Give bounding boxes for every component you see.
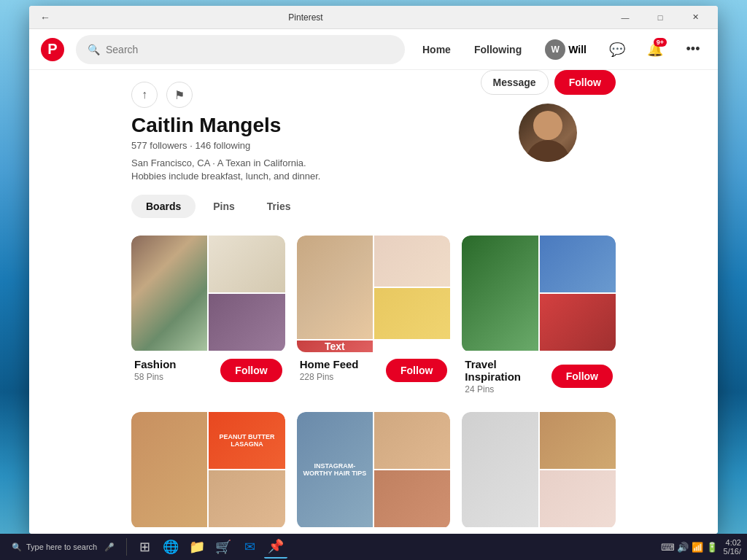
board-card-hair[interactable]: INSTAGRAM-WORTHY HAIR TIPS Hair & Beauty…	[297, 412, 451, 534]
taskbar-divider	[126, 538, 127, 556]
window-controls: — □ ✕	[608, 6, 712, 29]
board-img-3	[209, 294, 285, 351]
board-card-home-feed[interactable]: Text Home Feed 228 Pins Follow	[297, 236, 451, 400]
board-img-2: PEANUT BUTTER LASAGNA	[209, 412, 285, 469]
board-name: Home Feed	[300, 358, 386, 370]
pinterest-taskbar-icon[interactable]: 📌	[264, 535, 287, 559]
board-img-2	[374, 412, 450, 469]
board-footer-fashion: Fashion 58 Pins Follow	[131, 352, 285, 388]
board-images-wedding	[462, 412, 616, 529]
pinterest-logo: P	[41, 38, 64, 61]
board-img-2	[374, 236, 450, 287]
board-card-food[interactable]: PEANUT BUTTER LASAGNA Food & Drink 74 Pi…	[131, 412, 285, 534]
board-images-fashion	[131, 236, 285, 352]
notification-badge: 9+	[654, 38, 667, 47]
board-img-3	[374, 288, 450, 339]
edge-icon[interactable]: 🌐	[159, 535, 182, 559]
search-bar[interactable]: 🔍	[76, 35, 405, 64]
board-card-fashion[interactable]: Fashion 58 Pins Follow	[131, 236, 285, 400]
board-img-2	[209, 236, 285, 292]
nav-home[interactable]: Home	[417, 41, 457, 58]
board-img-1	[131, 412, 207, 527]
tab-tries[interactable]: Tries	[252, 195, 306, 218]
nav-bar: P 🔍 Home Following W Will 💬 🔔 9+ •••	[29, 29, 718, 70]
message-button[interactable]: Message	[481, 70, 549, 95]
follow-button-home-feed[interactable]: Follow	[386, 359, 447, 382]
minimize-button[interactable]: —	[608, 6, 642, 29]
board-images-hair: INSTAGRAM-WORTHY HAIR TIPS	[297, 412, 451, 529]
board-img-3	[374, 470, 450, 527]
task-view-icon[interactable]: ⊞	[133, 535, 156, 559]
nav-following[interactable]: Following	[468, 41, 527, 58]
share-button[interactable]: ↑	[131, 82, 158, 108]
board-img-3	[540, 470, 616, 527]
taskbar-search[interactable]: 🔍 Type here to search 🎤	[6, 537, 120, 557]
files-icon[interactable]: 📁	[185, 535, 209, 559]
clock-date: 5/16/	[724, 547, 741, 556]
title-bar-controls: ←	[35, 7, 55, 28]
user-name: Will	[568, 44, 587, 55]
board-img-3	[540, 294, 616, 351]
board-count: 228 Pins	[300, 372, 386, 382]
notifications-button[interactable]: 🔔 9+	[642, 36, 668, 63]
taskbar-search-label: Type here to search	[26, 542, 97, 551]
profile-avatar	[519, 104, 577, 162]
boards-grid: Fashion 58 Pins Follow Text Home Feed	[29, 218, 718, 534]
board-img-1	[462, 236, 538, 351]
board-footer-travel: Travel Inspiration 24 Pins Follow	[462, 352, 616, 400]
messages-button[interactable]: 💬	[604, 36, 630, 63]
title-bar: ← Pinterest — □ ✕	[29, 6, 718, 29]
app-window: ← Pinterest — □ ✕ P 🔍 Home Following W W…	[29, 6, 718, 534]
profile-section: ↑ ⚑ Message Follow Caitlin Mangels 577 f…	[29, 70, 718, 183]
board-img-1	[297, 236, 373, 339]
user-avatar-small: W	[545, 39, 565, 60]
window-title: Pinterest	[61, 12, 550, 23]
tab-pins[interactable]: Pins	[198, 195, 249, 218]
more-options-button[interactable]: •••	[680, 36, 706, 63]
tab-boards[interactable]: Boards	[131, 195, 196, 218]
board-footer-home-feed: Home Feed 228 Pins Follow	[297, 352, 451, 388]
follow-button-main[interactable]: Follow	[554, 70, 616, 95]
board-card-wedding[interactable]: Wedding ideas 32 Pins Follow	[462, 412, 616, 534]
taskbar-clock[interactable]: 4:02 5/16/	[724, 538, 741, 556]
board-img-3	[209, 470, 285, 527]
flag-button[interactable]: ⚑	[166, 82, 193, 108]
board-info-home-feed: Home Feed 228 Pins	[300, 358, 386, 382]
board-images-food: PEANUT BUTTER LASAGNA	[131, 412, 285, 529]
profile-button-group: Message Follow	[481, 70, 616, 95]
microphone-icon: 🎤	[104, 542, 115, 552]
profile-location: San Francisco, CA	[131, 158, 210, 168]
taskbar-right: ⌨ 🔊 📶 🔋 4:02 5/16/	[661, 538, 741, 556]
store-icon[interactable]: 🛒	[212, 535, 235, 559]
board-info-fashion: Fashion 58 Pins	[134, 358, 220, 382]
follow-button-fashion[interactable]: Follow	[220, 359, 282, 382]
board-name: Travel Inspiration	[465, 358, 551, 383]
back-button[interactable]: ←	[35, 7, 55, 28]
maximize-button[interactable]: □	[643, 6, 677, 29]
follow-button-travel[interactable]: Follow	[551, 365, 613, 388]
board-info-travel: Travel Inspiration 24 Pins	[465, 358, 551, 394]
logo-letter: P	[47, 41, 57, 58]
board-name: Fashion	[134, 358, 220, 370]
board-img-1	[131, 236, 207, 351]
clock-time: 4:02	[724, 538, 741, 547]
board-images-travel	[462, 236, 616, 352]
more-icon: •••	[686, 42, 700, 57]
board-footer-food: Food & Drink 74 Pins Follow	[131, 529, 285, 534]
search-icon-taskbar: 🔍	[12, 542, 22, 552]
board-count: 58 Pins	[134, 372, 220, 382]
main-content: ↑ ⚑ Message Follow Caitlin Mangels 577 f…	[29, 70, 718, 534]
board-images-home-feed: Text	[297, 236, 451, 352]
board-img-1: INSTAGRAM-WORTHY HAIR TIPS	[297, 412, 373, 527]
close-button[interactable]: ✕	[678, 6, 712, 29]
nav-links: Home Following W Will 💬 🔔 9+ •••	[417, 36, 706, 63]
profile-right: Message Follow	[481, 70, 616, 162]
board-img-2	[540, 412, 616, 469]
nav-user[interactable]: W Will	[539, 36, 592, 63]
board-count: 24 Pins	[465, 384, 551, 394]
profile-bio: San Francisco, CA · A Texan in Californi…	[131, 157, 336, 183]
board-img-1	[462, 412, 538, 527]
search-input[interactable]	[106, 44, 393, 55]
mail-icon[interactable]: ✉	[238, 535, 261, 559]
board-card-travel[interactable]: Travel Inspiration 24 Pins Follow	[462, 236, 616, 400]
